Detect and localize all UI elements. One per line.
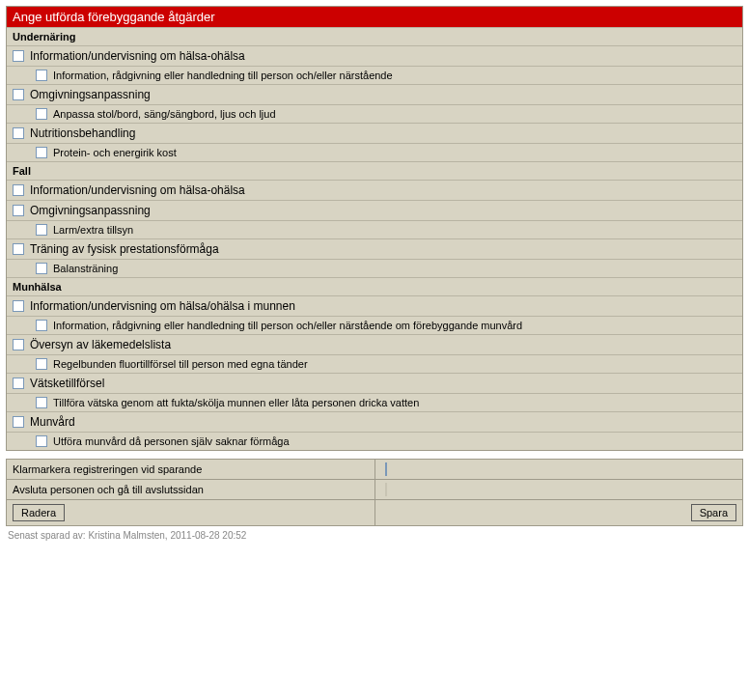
footer-option2-label: Avsluta personen och gå till avslutssida… [7,480,375,500]
save-button[interactable]: Spara [691,504,736,521]
status-saved: Senast sparad av: Kristina Malmsten, 201… [6,526,743,541]
item-row[interactable]: Nutritionsbehandling [7,123,742,143]
item-row[interactable]: Översyn av läkemedelslista [7,334,742,354]
main-panel: Ange utförda förebyggande åtgärder Under… [6,6,743,451]
footer-option1-label: Klarmarkera registreringen vid sparande [7,460,375,480]
subitem-label: Protein- och energirik kost [53,147,177,158]
checkbox-icon[interactable] [13,50,24,62]
item-label: Information/undervisning om hälsa-ohälsa [30,183,245,197]
item-label: Munvård [30,415,75,429]
checkbox-icon[interactable] [36,108,47,120]
subitem-label: Regelbunden fluortillförsel till person … [53,358,308,370]
subitem-label: Balansträning [53,263,118,274]
checkbox-icon[interactable] [36,435,47,447]
panel-title: Ange utförda förebyggande åtgärder [7,7,742,27]
subitem-label: Tillföra vätska genom att fukta/skölja m… [53,397,419,408]
checkbox-icon[interactable] [36,358,47,370]
checkbox-icon[interactable] [13,184,24,196]
checkbox-icon[interactable] [36,320,47,331]
checkbox-icon[interactable] [13,378,24,389]
item-row[interactable]: Vätsketillförsel [7,373,742,393]
section-fall-title: Fall [7,161,742,180]
subitem-row[interactable]: Balansträning [7,259,742,277]
checkbox-icon[interactable] [13,300,24,312]
checkbox-icon[interactable] [36,70,47,81]
checkbox-icon[interactable] [13,243,24,255]
subitem-label: Larm/extra tillsyn [53,224,133,236]
subitem-label: Information, rådgivning eller handlednin… [53,70,393,81]
subitem-row[interactable]: Utföra munvård då personen själv saknar … [7,432,742,450]
checkbox-icon[interactable] [13,416,24,428]
item-row[interactable]: Omgivningsanpassning [7,200,742,220]
checkbox-icon[interactable] [36,147,47,158]
item-row[interactable]: Omgivningsanpassning [7,84,742,104]
subitem-row[interactable]: Larm/extra tillsyn [7,220,742,238]
subitem-row[interactable]: Information, rådgivning eller handlednin… [7,316,742,334]
item-row[interactable]: Information/undervisning om hälsa-ohälsa [7,45,742,66]
item-label: Vätsketillförsel [30,377,104,390]
section-undernaring-title: Undernäring [7,27,742,45]
item-row[interactable]: Information/undervisning om hälsa/ohälsa… [7,295,742,316]
checkbox-icon[interactable] [36,224,47,236]
subitem-label: Utföra munvård då personen själv saknar … [53,435,290,447]
item-label: Nutritionsbehandling [30,126,135,140]
checkbox-icon[interactable] [36,263,47,274]
item-label: Omgivningsanpassning [30,88,151,101]
subitem-row[interactable]: Tillföra vätska genom att fukta/skölja m… [7,393,742,411]
checkbox-icon[interactable] [13,89,24,100]
delete-button[interactable]: Radera [13,504,65,521]
subitem-label: Information, rådgivning eller handlednin… [53,320,522,331]
subitem-label: Anpassa stol/bord, säng/sängbord, ljus o… [53,108,276,120]
item-label: Träning av fysisk prestationsförmåga [30,242,219,256]
item-row[interactable]: Träning av fysisk prestationsförmåga [7,238,742,259]
footer-table: Klarmarkera registreringen vid sparande … [6,459,743,526]
checkbox-icon[interactable] [13,127,24,139]
subitem-row[interactable]: Anpassa stol/bord, säng/sängbord, ljus o… [7,104,742,123]
subitem-row[interactable]: Regelbunden fluortillförsel till person … [7,354,742,373]
subitem-row[interactable]: Information, rådgivning eller handlednin… [7,66,742,84]
item-label: Information/undervisning om hälsa/ohälsa… [30,299,295,313]
subitem-row[interactable]: Protein- och energirik kost [7,143,742,161]
item-label: Information/undervisning om hälsa-ohälsa [30,49,245,63]
item-label: Omgivningsanpassning [30,204,151,217]
checkbox-icon[interactable] [13,205,24,216]
checkbox-klarmarkera[interactable] [385,462,387,476]
item-row[interactable]: Munvård [7,411,742,432]
section-munhalsa-title: Munhälsa [7,277,742,295]
item-label: Översyn av läkemedelslista [30,338,171,351]
checkbox-icon[interactable] [36,397,47,408]
checkbox-icon[interactable] [13,339,24,350]
item-row[interactable]: Information/undervisning om hälsa-ohälsa [7,180,742,200]
checkbox-avsluta[interactable] [385,483,387,496]
